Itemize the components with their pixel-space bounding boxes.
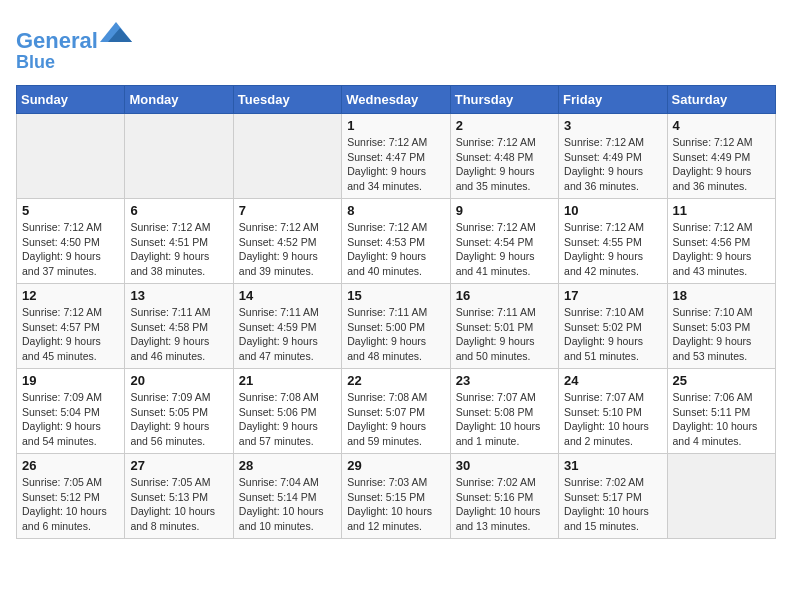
calendar-cell: 29Sunrise: 7:03 AM Sunset: 5:15 PM Dayli… (342, 453, 450, 538)
calendar-cell: 31Sunrise: 7:02 AM Sunset: 5:17 PM Dayli… (559, 453, 667, 538)
calendar-cell: 24Sunrise: 7:07 AM Sunset: 5:10 PM Dayli… (559, 368, 667, 453)
calendar-cell (667, 453, 775, 538)
calendar-cell: 21Sunrise: 7:08 AM Sunset: 5:06 PM Dayli… (233, 368, 341, 453)
calendar-cell: 4Sunrise: 7:12 AM Sunset: 4:49 PM Daylig… (667, 113, 775, 198)
day-number: 20 (130, 373, 227, 388)
day-number: 9 (456, 203, 553, 218)
weekday-header-sunday: Sunday (17, 85, 125, 113)
weekday-header-tuesday: Tuesday (233, 85, 341, 113)
day-number: 27 (130, 458, 227, 473)
day-number: 21 (239, 373, 336, 388)
logo: General Blue (16, 16, 132, 73)
day-detail: Sunrise: 7:12 AM Sunset: 4:49 PM Dayligh… (564, 135, 661, 194)
day-detail: Sunrise: 7:03 AM Sunset: 5:15 PM Dayligh… (347, 475, 444, 534)
weekday-header-saturday: Saturday (667, 85, 775, 113)
day-number: 5 (22, 203, 119, 218)
day-detail: Sunrise: 7:10 AM Sunset: 5:03 PM Dayligh… (673, 305, 770, 364)
calendar-cell: 10Sunrise: 7:12 AM Sunset: 4:55 PM Dayli… (559, 198, 667, 283)
day-number: 26 (22, 458, 119, 473)
day-detail: Sunrise: 7:05 AM Sunset: 5:13 PM Dayligh… (130, 475, 227, 534)
day-detail: Sunrise: 7:11 AM Sunset: 5:00 PM Dayligh… (347, 305, 444, 364)
day-detail: Sunrise: 7:02 AM Sunset: 5:17 PM Dayligh… (564, 475, 661, 534)
day-detail: Sunrise: 7:07 AM Sunset: 5:08 PM Dayligh… (456, 390, 553, 449)
day-detail: Sunrise: 7:05 AM Sunset: 5:12 PM Dayligh… (22, 475, 119, 534)
day-detail: Sunrise: 7:12 AM Sunset: 4:55 PM Dayligh… (564, 220, 661, 279)
calendar-cell: 14Sunrise: 7:11 AM Sunset: 4:59 PM Dayli… (233, 283, 341, 368)
weekday-header-friday: Friday (559, 85, 667, 113)
day-detail: Sunrise: 7:08 AM Sunset: 5:06 PM Dayligh… (239, 390, 336, 449)
calendar-cell: 8Sunrise: 7:12 AM Sunset: 4:53 PM Daylig… (342, 198, 450, 283)
day-detail: Sunrise: 7:12 AM Sunset: 4:52 PM Dayligh… (239, 220, 336, 279)
day-number: 22 (347, 373, 444, 388)
day-number: 4 (673, 118, 770, 133)
day-number: 25 (673, 373, 770, 388)
calendar-cell (17, 113, 125, 198)
day-detail: Sunrise: 7:09 AM Sunset: 5:05 PM Dayligh… (130, 390, 227, 449)
day-number: 19 (22, 373, 119, 388)
day-detail: Sunrise: 7:06 AM Sunset: 5:11 PM Dayligh… (673, 390, 770, 449)
calendar-cell: 20Sunrise: 7:09 AM Sunset: 5:05 PM Dayli… (125, 368, 233, 453)
day-number: 29 (347, 458, 444, 473)
day-detail: Sunrise: 7:12 AM Sunset: 4:48 PM Dayligh… (456, 135, 553, 194)
calendar-cell: 22Sunrise: 7:08 AM Sunset: 5:07 PM Dayli… (342, 368, 450, 453)
day-detail: Sunrise: 7:04 AM Sunset: 5:14 PM Dayligh… (239, 475, 336, 534)
calendar-cell: 19Sunrise: 7:09 AM Sunset: 5:04 PM Dayli… (17, 368, 125, 453)
calendar-cell: 1Sunrise: 7:12 AM Sunset: 4:47 PM Daylig… (342, 113, 450, 198)
day-detail: Sunrise: 7:12 AM Sunset: 4:54 PM Dayligh… (456, 220, 553, 279)
day-number: 24 (564, 373, 661, 388)
day-detail: Sunrise: 7:12 AM Sunset: 4:49 PM Dayligh… (673, 135, 770, 194)
calendar-cell: 13Sunrise: 7:11 AM Sunset: 4:58 PM Dayli… (125, 283, 233, 368)
day-detail: Sunrise: 7:11 AM Sunset: 4:59 PM Dayligh… (239, 305, 336, 364)
calendar-cell: 2Sunrise: 7:12 AM Sunset: 4:48 PM Daylig… (450, 113, 558, 198)
day-number: 23 (456, 373, 553, 388)
day-number: 18 (673, 288, 770, 303)
logo-blue-text: Blue (16, 53, 132, 73)
weekday-header-thursday: Thursday (450, 85, 558, 113)
calendar-cell (125, 113, 233, 198)
day-number: 6 (130, 203, 227, 218)
calendar-cell: 17Sunrise: 7:10 AM Sunset: 5:02 PM Dayli… (559, 283, 667, 368)
day-detail: Sunrise: 7:12 AM Sunset: 4:56 PM Dayligh… (673, 220, 770, 279)
day-detail: Sunrise: 7:08 AM Sunset: 5:07 PM Dayligh… (347, 390, 444, 449)
calendar-cell: 30Sunrise: 7:02 AM Sunset: 5:16 PM Dayli… (450, 453, 558, 538)
day-detail: Sunrise: 7:12 AM Sunset: 4:53 PM Dayligh… (347, 220, 444, 279)
day-detail: Sunrise: 7:11 AM Sunset: 4:58 PM Dayligh… (130, 305, 227, 364)
day-detail: Sunrise: 7:02 AM Sunset: 5:16 PM Dayligh… (456, 475, 553, 534)
calendar-cell: 16Sunrise: 7:11 AM Sunset: 5:01 PM Dayli… (450, 283, 558, 368)
day-detail: Sunrise: 7:09 AM Sunset: 5:04 PM Dayligh… (22, 390, 119, 449)
day-number: 28 (239, 458, 336, 473)
day-number: 10 (564, 203, 661, 218)
day-number: 17 (564, 288, 661, 303)
day-number: 15 (347, 288, 444, 303)
day-detail: Sunrise: 7:07 AM Sunset: 5:10 PM Dayligh… (564, 390, 661, 449)
day-detail: Sunrise: 7:12 AM Sunset: 4:47 PM Dayligh… (347, 135, 444, 194)
day-number: 14 (239, 288, 336, 303)
calendar-cell: 15Sunrise: 7:11 AM Sunset: 5:00 PM Dayli… (342, 283, 450, 368)
calendar-cell: 3Sunrise: 7:12 AM Sunset: 4:49 PM Daylig… (559, 113, 667, 198)
day-number: 31 (564, 458, 661, 473)
day-number: 11 (673, 203, 770, 218)
day-detail: Sunrise: 7:10 AM Sunset: 5:02 PM Dayligh… (564, 305, 661, 364)
logo-text: General (16, 16, 132, 53)
calendar-cell (233, 113, 341, 198)
calendar-cell: 27Sunrise: 7:05 AM Sunset: 5:13 PM Dayli… (125, 453, 233, 538)
calendar-cell: 5Sunrise: 7:12 AM Sunset: 4:50 PM Daylig… (17, 198, 125, 283)
weekday-header-wednesday: Wednesday (342, 85, 450, 113)
calendar-cell: 25Sunrise: 7:06 AM Sunset: 5:11 PM Dayli… (667, 368, 775, 453)
page-header: General Blue (16, 16, 776, 73)
calendar-cell: 28Sunrise: 7:04 AM Sunset: 5:14 PM Dayli… (233, 453, 341, 538)
day-detail: Sunrise: 7:11 AM Sunset: 5:01 PM Dayligh… (456, 305, 553, 364)
calendar-cell: 9Sunrise: 7:12 AM Sunset: 4:54 PM Daylig… (450, 198, 558, 283)
logo-icon (100, 16, 132, 48)
calendar-cell: 26Sunrise: 7:05 AM Sunset: 5:12 PM Dayli… (17, 453, 125, 538)
day-number: 3 (564, 118, 661, 133)
day-number: 7 (239, 203, 336, 218)
calendar-cell: 23Sunrise: 7:07 AM Sunset: 5:08 PM Dayli… (450, 368, 558, 453)
day-number: 8 (347, 203, 444, 218)
day-number: 2 (456, 118, 553, 133)
calendar-table: SundayMondayTuesdayWednesdayThursdayFrid… (16, 85, 776, 539)
day-detail: Sunrise: 7:12 AM Sunset: 4:50 PM Dayligh… (22, 220, 119, 279)
weekday-header-monday: Monday (125, 85, 233, 113)
day-number: 13 (130, 288, 227, 303)
day-number: 12 (22, 288, 119, 303)
